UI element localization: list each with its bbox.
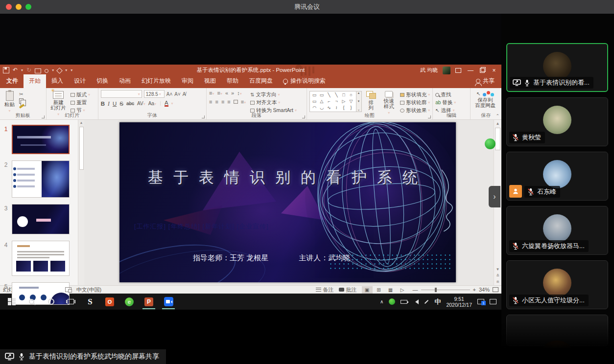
font-color-button[interactable]: A	[165, 100, 168, 107]
dropdown-icon[interactable]: ▾	[52, 68, 54, 72]
drawing-dialog-launcher[interactable]	[428, 115, 431, 118]
bullets-button[interactable]: ≡▾	[209, 90, 214, 96]
qat-more-icon[interactable]: ▾	[71, 68, 72, 72]
text-direction-button[interactable]: ⇅文字方向▾	[250, 91, 297, 98]
undo-icon[interactable]: ↶	[13, 67, 18, 73]
next-slide-icon[interactable]: ≝	[496, 280, 499, 284]
shape-cell[interactable]: ╲	[326, 92, 333, 98]
slide-sorter-view-button[interactable]: ⊞	[374, 286, 384, 294]
thumbnail-row[interactable]: 1	[0, 125, 84, 154]
strikethrough-button[interactable]: S	[119, 101, 123, 107]
current-slide[interactable]: 基于表情识别的看护系统 [工作汇报] [年终总结] [新年计划] [企业宣传] …	[119, 122, 456, 282]
replace-button[interactable]: ab替换▾	[435, 99, 456, 106]
columns-dropdown-icon[interactable]: ≡▾	[241, 99, 246, 105]
change-case-button[interactable]: Aa▾	[148, 101, 156, 106]
scrollbar-thumb[interactable]	[495, 128, 500, 150]
participant-tile[interactable]: 基于表情识别的看...	[506, 43, 608, 92]
clear-format-icon[interactable]: A̸	[183, 91, 186, 97]
shape-outline-button[interactable]: 形状轮廓▾	[400, 99, 430, 106]
shape-cell[interactable]: ▭	[318, 92, 326, 98]
paragraph-dialog-launcher[interactable]	[302, 115, 305, 118]
share-contact-icon[interactable]	[45, 69, 48, 73]
tab-transitions[interactable]: 切换	[91, 74, 114, 88]
layout-button[interactable]: 版式▾	[71, 91, 90, 98]
shape-cell[interactable]: △	[318, 98, 326, 105]
taskbar-search-icon[interactable]	[22, 294, 41, 310]
shape-cell[interactable]: ▭	[311, 98, 318, 105]
tab-design[interactable]: 设计	[69, 74, 91, 88]
shape-cell[interactable]: ≀	[333, 105, 340, 111]
show-hidden-icons[interactable]: ∧	[380, 299, 383, 304]
align-left-icon[interactable]: ≡	[209, 99, 212, 105]
start-button[interactable]	[2, 294, 22, 310]
shape-gallery-scroll[interactable]: ▲▼▿	[356, 91, 362, 112]
shape-cell[interactable]: ▽	[348, 98, 355, 105]
font-color-dropdown-icon[interactable]: ▾	[171, 101, 173, 106]
participant-tile-partial[interactable]	[506, 315, 608, 346]
shape-cell[interactable]: {	[340, 105, 348, 111]
share-button[interactable]: 共享	[470, 74, 500, 88]
notification-icon[interactable]	[477, 299, 484, 304]
pinned-app-icon[interactable]: S	[80, 294, 100, 310]
align-text-button[interactable]: 对齐文本▾	[250, 99, 297, 106]
meeting-taskbar-icon[interactable]	[159, 294, 178, 310]
antivirus-tray-icon[interactable]	[389, 298, 395, 305]
cut-icon[interactable]: ✂	[19, 91, 24, 97]
tab-home[interactable]: 开始	[24, 74, 46, 88]
zoom-slider[interactable]	[421, 290, 470, 290]
tab-baidu-netdisk[interactable]: 百度网盘	[244, 74, 278, 88]
save-to-baidu-button[interactable]: ↖ 保存到 百度网盘	[473, 90, 497, 109]
bold-button[interactable]: B	[101, 101, 105, 107]
account-name[interactable]: 武 均晓	[420, 67, 438, 74]
previous-slide-icon[interactable]: ≜	[496, 273, 499, 278]
volume-icon[interactable]	[413, 299, 419, 304]
tab-view[interactable]: 视图	[199, 74, 221, 88]
numbering-button[interactable]: ≡▾	[217, 90, 222, 96]
task-view-icon[interactable]	[61, 294, 80, 310]
powerpoint-taskbar-icon[interactable]: P	[139, 294, 159, 310]
save-icon[interactable]	[3, 67, 9, 73]
action-center-icon[interactable]	[490, 299, 496, 304]
reset-button[interactable]: 重置	[71, 99, 90, 106]
reading-view-button[interactable]: ▦	[385, 286, 396, 294]
shape-cell[interactable]: ▷	[340, 98, 348, 105]
italic-button[interactable]: I	[108, 101, 110, 107]
notes-button[interactable]: 备注	[316, 286, 334, 294]
shape-fill-button[interactable]: 形状填充▾	[400, 91, 430, 98]
thumbnail-row[interactable]: 2	[0, 160, 84, 198]
ime-indicator[interactable]: 中	[434, 297, 441, 306]
shape-cell[interactable]: ◠	[311, 105, 318, 111]
tab-file[interactable]: 文件	[1, 74, 24, 88]
grow-font-icon[interactable]: A˄	[166, 91, 173, 97]
columns-icon[interactable]	[234, 100, 238, 104]
scroll-down-icon[interactable]: ▼	[496, 267, 500, 272]
participant-tile[interactable]: 黄秋莹	[506, 97, 608, 146]
undo-dropdown-icon[interactable]: ▾	[21, 68, 23, 72]
char-spacing-button[interactable]: AV▾	[137, 101, 145, 106]
tab-slideshow[interactable]: 幻灯片放映	[136, 74, 176, 88]
slideshow-view-button[interactable]: ▷	[397, 286, 408, 294]
shape-cell[interactable]: ╲	[333, 92, 340, 98]
fit-to-window-icon[interactable]	[493, 287, 498, 292]
normal-view-button[interactable]: ▣	[362, 286, 373, 294]
find-button[interactable]: 查找	[435, 91, 456, 98]
ppt-minimize-button[interactable]: —	[466, 67, 475, 74]
tab-review[interactable]: 审阅	[176, 74, 199, 88]
shape-cell[interactable]: ▭	[311, 92, 318, 98]
pen-icon[interactable]	[425, 299, 428, 303]
account-avatar[interactable]	[443, 67, 450, 74]
redo-icon[interactable]: ↻	[26, 67, 31, 73]
ppt-restore-button[interactable]	[480, 68, 485, 73]
shape-cell[interactable]: }	[348, 105, 355, 111]
participant-tile[interactable]: 小区无人值守垃圾分...	[506, 260, 608, 309]
shape-cell[interactable]: ⌐	[326, 98, 333, 105]
browser-app-icon[interactable]: e	[119, 294, 139, 310]
shape-gallery[interactable]: ▭ ▭ ╲ ╲ □ ○ ▭ △ ⌐ ¬ ▷ ▽	[309, 91, 356, 112]
align-center-icon[interactable]: ≡	[215, 99, 218, 105]
comments-button[interactable]: 批注	[339, 286, 357, 294]
shrink-font-icon[interactable]: A˅	[174, 91, 181, 97]
ribbon-display-options-icon[interactable]	[455, 68, 461, 73]
slide-2-thumbnail[interactable]	[12, 160, 70, 198]
thumbnail-row[interactable]: 3	[0, 204, 84, 234]
clock[interactable]: 9:51 2020/12/17	[446, 296, 472, 308]
